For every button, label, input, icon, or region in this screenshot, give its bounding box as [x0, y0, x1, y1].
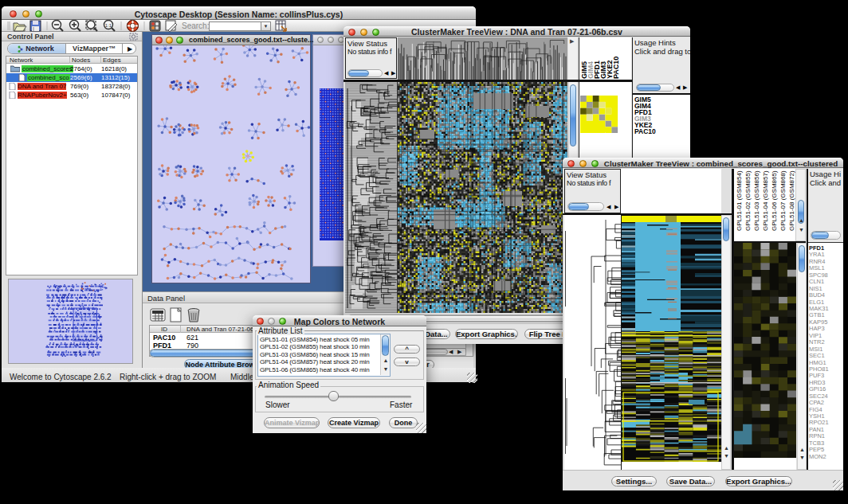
svg-text:1:1: 1:1 [105, 23, 112, 28]
svg-text:Search:: Search: [182, 21, 209, 30]
